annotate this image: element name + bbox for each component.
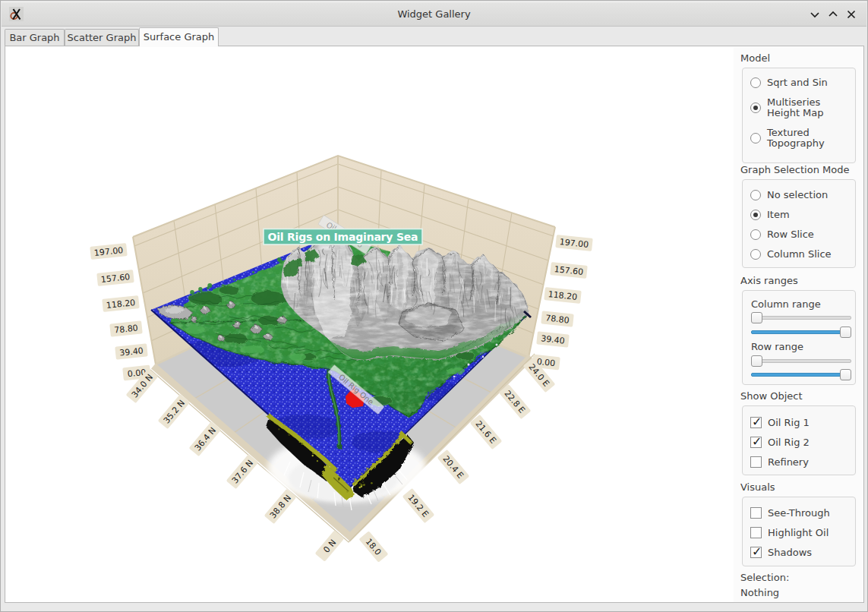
radio-icon-selected[interactable] [750,103,761,113]
radio-row-slice[interactable]: Row Slice [750,229,814,240]
radio-icon[interactable] [750,190,761,200]
radio-icon[interactable] [750,229,761,240]
tab-scatter-graph[interactable]: Scatter Graph [65,29,139,46]
row-max-slider[interactable] [751,369,851,380]
checkbox-oil-rig-2[interactable]: Oil Rig 2 [750,437,810,448]
checkbox-icon[interactable] [750,507,762,519]
radio-column-slice[interactable]: Column Slice [750,249,832,260]
radio-icon-selected[interactable] [750,210,761,220]
column-range-label: Column range [751,298,821,310]
checkbox-refinery[interactable]: Refinery [750,456,809,468]
checkbox-shadows[interactable]: Shadows [750,547,812,558]
slider-handle[interactable] [840,327,851,338]
tab-pane: Oil Rig Two Oil Rigs on Imaginary Sea Oi… [5,46,864,603]
axis-ranges-section-label: Axis ranges [740,275,798,286]
slider-handle[interactable] [751,312,762,323]
surface-graph-view[interactable]: Oil Rig Two Oil Rigs on Imaginary Sea Oi… [6,47,734,602]
checkbox-checked-icon[interactable] [750,547,762,558]
show-object-section-label: Show Object [740,390,803,402]
radio-icon[interactable] [750,249,761,260]
radio-sqrt-sin[interactable]: Sqrt and Sin [750,77,828,88]
column-min-slider[interactable] [751,312,851,323]
radio-item[interactable]: Item [750,210,790,220]
tab-surface-graph[interactable]: Surface Graph [139,27,219,46]
radio-no-selection[interactable]: No selection [750,190,828,200]
svg-text:Oil Rigs on Imaginary Sea: Oil Rigs on Imaginary Sea [268,231,418,243]
checkbox-checked-icon[interactable] [750,417,762,428]
slider-handle[interactable] [840,369,851,380]
checkbox-icon[interactable] [750,527,762,538]
radio-multiseries-height-map[interactable]: Multiseries Height Map [750,97,832,118]
close-button[interactable] [844,8,858,21]
slider-groove[interactable] [751,359,851,363]
minimize-button[interactable] [808,8,822,21]
selection-caption: Selection: [740,572,789,583]
window-title: Widget Gallery [2,2,866,27]
slider-handle[interactable] [751,355,762,367]
row-min-slider[interactable] [751,355,851,367]
tab-bar-graph[interactable]: Bar Graph [5,29,65,46]
checkbox-see-through[interactable]: See-Through [750,507,830,519]
slider-groove[interactable] [751,316,851,320]
checkbox-checked-icon[interactable] [750,437,762,448]
model-section-label: Model [740,52,770,64]
axis-ranges-groupbox: Column range Row range [742,290,856,385]
visuals-groupbox: See-Through Highlight Oil Shadows [742,497,856,566]
checkbox-icon[interactable] [750,456,762,468]
radio-icon[interactable] [750,133,761,144]
model-groupbox: Sqrt and Sin Multiseries Height Map Text… [742,68,856,163]
slider-groove-filled[interactable] [751,373,851,377]
maximize-button[interactable] [826,8,840,21]
selection-mode-section-label: Graph Selection Mode [740,164,849,175]
radio-textured-topography[interactable]: Textured Topography [750,128,832,149]
title-bar[interactable]: Widget Gallery [2,2,866,27]
slider-groove-filled[interactable] [751,330,851,334]
row-range-label: Row range [751,341,803,352]
selection-mode-groupbox: No selection Item Row Slice Column Slice [742,179,856,268]
radio-icon[interactable] [750,77,761,88]
app-window: Widget Gallery Bar Graph Scatter Graph S… [0,0,868,612]
chart-title: Oil Rigs on Imaginary Sea [264,229,422,245]
column-max-slider[interactable] [751,327,851,338]
visuals-section-label: Visuals [740,481,775,493]
show-object-groupbox: Oil Rig 1 Oil Rig 2 Refinery [742,405,856,475]
checkbox-oil-rig-1[interactable]: Oil Rig 1 [750,417,810,428]
surface-plot: Oil Rig Two Oil Rigs on Imaginary Sea Oi… [6,47,734,602]
selection-value: Nothing [740,587,779,598]
checkbox-highlight-oil[interactable]: Highlight Oil [750,527,829,538]
